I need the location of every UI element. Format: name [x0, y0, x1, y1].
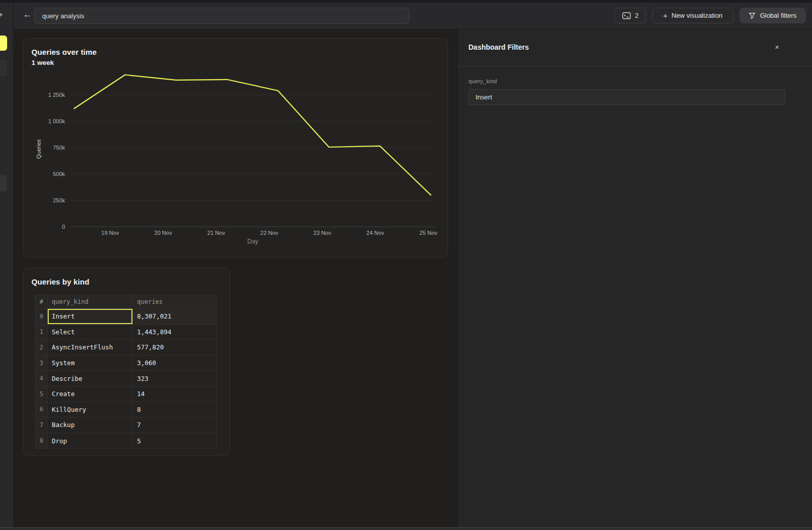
- close-icon[interactable]: ✕: [771, 42, 783, 53]
- dashboard-filters-panel: Dashboard Filters ✕ query_kind: [457, 29, 812, 530]
- column-header-index: #: [36, 295, 48, 309]
- top-bar: ← 2 + New visualization Global filt: [14, 3, 812, 29]
- cell-queries[interactable]: 14: [133, 386, 216, 402]
- y-tick-label: 1 250k: [48, 92, 65, 98]
- history-icon[interactable]: ⟳: [0, 11, 3, 20]
- filter-field-label: query_kind: [468, 78, 497, 84]
- sidebar-item[interactable]: [0, 60, 7, 76]
- row-index: 5: [36, 386, 48, 402]
- table-row: 0 Insert 8,307,021: [36, 309, 216, 325]
- panel-divider: [458, 66, 812, 66]
- cell-queries[interactable]: 7: [133, 417, 216, 433]
- cell-queries[interactable]: 577,820: [133, 340, 216, 356]
- cell-query-kind[interactable]: Drop: [48, 433, 133, 449]
- sidebar-item-active[interactable]: [0, 36, 7, 51]
- y-tick-label: 750k: [53, 145, 65, 151]
- global-filters-button[interactable]: Global filters: [739, 8, 806, 23]
- table-row: 2 AsyncInsertFlush 577,820: [36, 340, 216, 356]
- x-tick-label: 23 Nov: [314, 230, 331, 236]
- new-visualization-button[interactable]: + New visualization: [652, 8, 733, 23]
- console-count: 2: [635, 12, 638, 19]
- sql-console-button[interactable]: 2: [615, 8, 646, 23]
- back-arrow-icon[interactable]: ←: [20, 7, 35, 22]
- table-row: 6 KillQuery 8: [36, 402, 216, 418]
- app-window: ⟳ ← 2 + New visualization: [0, 0, 812, 530]
- chart-title: Queries over time: [31, 48, 96, 56]
- row-index: 4: [36, 371, 48, 386]
- query-kind-filter-input[interactable]: [468, 89, 785, 105]
- filters-panel-title: Dashboard Filters: [468, 43, 529, 51]
- cell-query-kind[interactable]: Create: [48, 386, 133, 402]
- column-header-queries: queries: [133, 295, 216, 309]
- cell-query-kind[interactable]: System: [48, 356, 133, 371]
- y-tick-label: 0: [62, 224, 65, 230]
- y-tick-label: 250k: [53, 197, 65, 203]
- filter-funnel-icon: [749, 12, 756, 19]
- queries-table: # query_kind queries 0 Insert 8,307,021 …: [35, 295, 217, 449]
- row-index: 2: [36, 340, 48, 356]
- queries-over-time-card: Queries over time 1 week 1 250k 1 000k 7…: [23, 38, 448, 258]
- row-index: 3: [36, 356, 48, 371]
- sql-console-icon: [622, 12, 631, 19]
- x-axis-title: Day: [247, 238, 258, 245]
- cell-queries[interactable]: 5: [133, 433, 216, 449]
- x-tick-label: 25 Nov: [420, 230, 437, 236]
- cell-query-kind[interactable]: Select: [48, 325, 133, 340]
- x-tick-label: 22 Nov: [260, 230, 278, 236]
- sidebar-item[interactable]: [0, 175, 7, 191]
- new-visualization-label: New visualization: [671, 12, 722, 19]
- cell-query-kind[interactable]: KillQuery: [48, 402, 133, 418]
- cell-query-kind[interactable]: Backup: [48, 417, 133, 433]
- plus-icon: +: [663, 11, 667, 20]
- cell-query-kind-selected[interactable]: Insert: [48, 309, 133, 325]
- row-index: 6: [36, 402, 48, 418]
- cell-query-kind[interactable]: AsyncInsertFlush: [48, 340, 133, 356]
- x-tick-label: 20 Nov: [154, 230, 172, 236]
- left-sidebar: ⟳: [0, 3, 14, 530]
- window-bottom-edge: [0, 527, 812, 530]
- cell-queries[interactable]: 323: [133, 371, 216, 386]
- row-index: 0: [36, 309, 48, 325]
- column-header-kind: query_kind: [48, 295, 133, 309]
- cell-queries[interactable]: 1,443,894: [133, 325, 216, 340]
- table-row: 4 Describe 323: [36, 371, 216, 386]
- queries-by-kind-card: Queries by kind # query_kind queries 0 I…: [23, 268, 230, 455]
- table-row: 3 System 3,060: [36, 356, 216, 371]
- cell-queries[interactable]: 8: [133, 402, 216, 418]
- x-tick-label: 19 Nov: [101, 230, 119, 236]
- cell-queries[interactable]: 8,307,021: [133, 309, 216, 325]
- row-index: 8: [36, 433, 48, 449]
- y-tick-label: 500k: [53, 171, 65, 177]
- table-row: 8 Drop 5: [36, 433, 216, 449]
- row-index: 7: [36, 417, 48, 433]
- x-tick-label: 21 Nov: [208, 230, 225, 236]
- x-tick-label: 24 Nov: [366, 230, 384, 236]
- global-filters-label: Global filters: [760, 12, 796, 19]
- y-axis-title: Queries: [36, 139, 42, 159]
- dashboard-title-input[interactable]: [34, 8, 410, 24]
- y-tick-label: 1 000k: [48, 118, 65, 124]
- table-row: 5 Create 14: [36, 386, 216, 402]
- row-index: 1: [36, 325, 48, 340]
- cell-queries[interactable]: 3,060: [133, 356, 216, 371]
- chart-subtitle: 1 week: [31, 59, 54, 66]
- table-row: 7 Backup 7: [36, 417, 216, 433]
- table-title: Queries by kind: [31, 277, 89, 286]
- queries-line: [74, 75, 431, 195]
- dashboard-canvas: Queries over time 1 week 1 250k 1 000k 7…: [14, 29, 457, 530]
- table-header-row: # query_kind queries: [36, 295, 216, 309]
- table-row: 1 Select 1,443,894: [36, 325, 216, 340]
- line-chart: 1 250k 1 000k 750k 500k 250k 0 Queries 1…: [31, 66, 441, 253]
- cell-query-kind[interactable]: Describe: [48, 371, 133, 386]
